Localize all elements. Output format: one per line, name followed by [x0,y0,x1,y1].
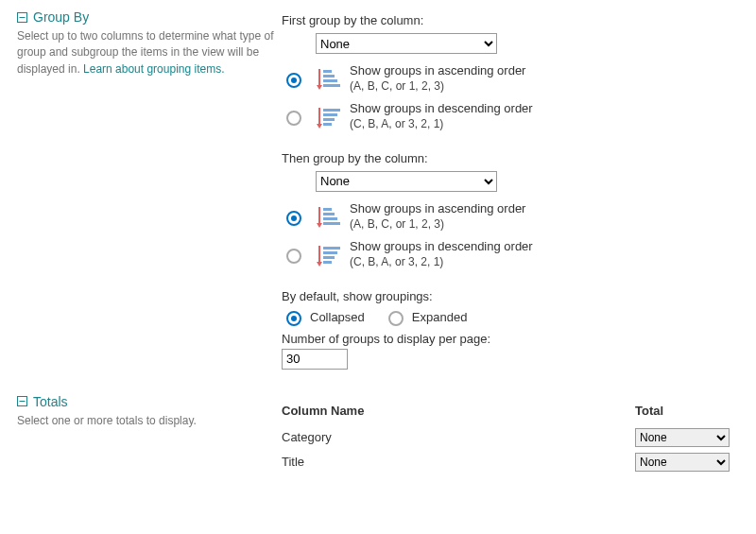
group-by-help: Select up to two columns to determine wh… [17,28,282,78]
svg-rect-23 [323,251,337,254]
then-asc-text: Show groups in ascending order (A, B, C,… [350,201,525,232]
svg-rect-22 [323,247,340,250]
svg-rect-13 [323,123,332,126]
group-by-left: Group By Select up to two columns to det… [17,9,282,78]
then-group-select[interactable]: None [316,171,497,192]
totals-head-row: Column Name Total [282,404,739,418]
totals-help: Select one or more totals to display. [17,413,282,429]
totals-row-select[interactable]: None [635,453,730,472]
then-desc-row: Show groups in descending order (C, B, A… [282,235,739,273]
sort-desc-icon [314,242,340,268]
totals-head-name: Column Name [282,404,635,418]
first-group-select[interactable]: None [316,33,497,54]
svg-rect-16 [323,208,332,211]
totals-row-select[interactable]: None [635,428,730,447]
totals-row: Title None [282,450,739,474]
totals-row-name: Category [282,430,635,444]
expanded-label: Expanded [412,310,468,324]
first-group-label: First group by the column: [282,13,739,27]
first-asc-row: Show groups in ascending order (A, B, C,… [282,60,739,97]
collapsed-radio[interactable] [286,311,301,326]
svg-rect-19 [323,222,340,225]
svg-rect-18 [323,217,337,220]
then-group-label: Then group by the column: [282,151,739,165]
svg-rect-7 [323,84,340,87]
sort-asc-icon [314,203,340,230]
sort-desc-icon [314,104,340,130]
group-by-header[interactable]: Group By [17,9,282,25]
svg-rect-24 [323,256,335,259]
totals-row-name: Title [282,455,635,469]
svg-rect-17 [323,213,335,215]
default-show-block: By default, show groupings: Collapsed Ex… [282,289,739,326]
collapsed-label: Collapsed [310,310,365,324]
totals-right: Column Name Total Category None Title No… [282,394,739,474]
svg-rect-11 [323,113,337,116]
first-desc-radio[interactable] [286,111,301,126]
svg-marker-15 [317,223,322,228]
expanded-radio[interactable] [388,311,404,326]
learn-grouping-link[interactable]: Learn about grouping items. [83,62,224,76]
totals-section: Totals Select one or more totals to disp… [0,385,756,474]
totals-title: Totals [33,394,68,409]
first-asc-text: Show groups in ascending order (A, B, C,… [350,63,525,94]
per-page-input[interactable] [282,349,348,370]
totals-head-total: Total [635,404,739,418]
default-show-group: Collapsed Expanded [282,308,739,326]
per-page-block: Number of groups to display per page: [282,332,739,370]
sort-asc-icon [314,65,340,92]
totals-row: Category None [282,425,739,450]
default-show-label: By default, show groupings: [282,289,739,303]
group-by-right: First group by the column: None [282,9,739,385]
svg-rect-4 [323,70,332,73]
svg-marker-21 [317,262,322,267]
svg-marker-3 [317,85,322,90]
minus-square-icon [17,396,27,406]
first-asc-radio[interactable] [286,73,301,88]
first-group-block: First group by the column: None [282,13,739,136]
then-desc-radio[interactable] [286,249,301,264]
then-asc-row: Show groups in ascending order (A, B, C,… [282,198,739,235]
svg-rect-6 [323,79,337,82]
svg-rect-12 [323,118,335,121]
svg-rect-10 [323,109,340,112]
totals-header[interactable]: Totals [17,394,282,409]
then-desc-text: Show groups in descending order (C, B, A… [350,239,533,269]
then-group-block: Then group by the column: None [282,151,739,274]
svg-marker-9 [317,124,322,129]
then-asc-radio[interactable] [286,211,301,226]
first-desc-text: Show groups in descending order (C, B, A… [350,101,533,131]
minus-square-icon [17,12,27,23]
totals-left: Totals Select one or more totals to disp… [17,394,282,429]
group-by-section: Group By Select up to two columns to det… [0,0,756,385]
per-page-label: Number of groups to display per page: [282,332,739,346]
svg-rect-5 [323,75,335,78]
svg-rect-25 [323,261,332,264]
first-desc-row: Show groups in descending order (C, B, A… [282,97,739,135]
group-by-title: Group By [33,9,89,25]
